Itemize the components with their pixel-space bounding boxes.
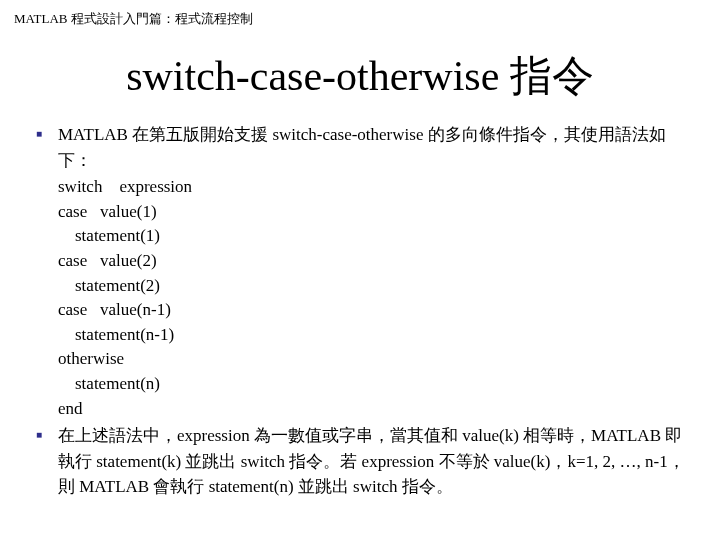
bullet-marker: ■ [30,122,58,173]
bullet-marker: ■ [30,423,58,500]
bullet-item: ■ 在上述語法中，expression 為一數值或字串，當其值和 value(k… [30,423,690,500]
bullet-text: MATLAB 在第五版開始支援 switch-case-otherwise 的多… [58,122,690,173]
content-area: ■ MATLAB 在第五版開始支援 switch-case-otherwise … [0,122,720,500]
slide-title: switch-case-otherwise 指令 [0,48,720,104]
slide-header: MATLAB 程式設計入門篇：程式流程控制 [0,0,720,28]
bullet-item: ■ MATLAB 在第五版開始支援 switch-case-otherwise … [30,122,690,173]
bullet-text: 在上述語法中，expression 為一數值或字串，當其值和 value(k) … [58,423,690,500]
code-block: switch expression case value(1) statemen… [58,175,690,421]
